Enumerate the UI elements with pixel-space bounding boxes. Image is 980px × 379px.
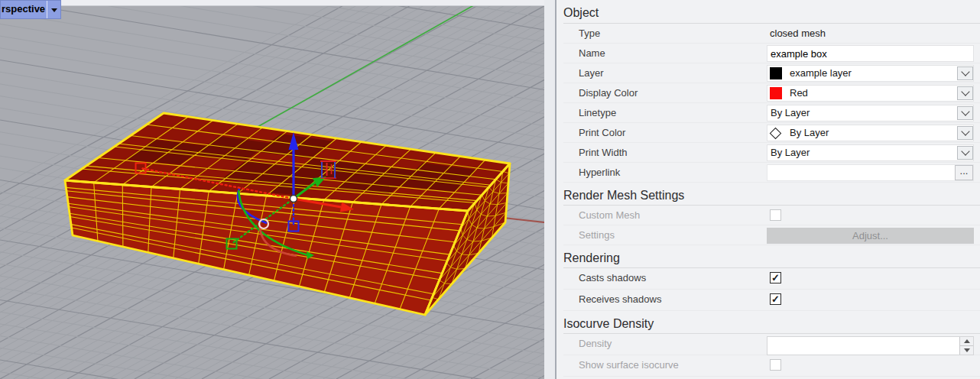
print-color-selected-value: By Layer — [787, 125, 957, 141]
value-hyperlink: ... — [767, 163, 974, 182]
linetype-selected-value: By Layer — [767, 105, 957, 121]
display-color-dropdown-button[interactable] — [957, 86, 973, 100]
row-layer: Layerexample layer — [563, 63, 980, 83]
value-custom-mesh — [767, 206, 974, 225]
section-header-rendering: Rendering — [563, 245, 980, 268]
label-hyperlink: Hyperlink — [563, 163, 767, 182]
label-print-width: Print Width — [563, 143, 767, 162]
print-color-dropdown-button[interactable] — [957, 126, 973, 140]
print-width-dropdown-button[interactable] — [957, 146, 973, 160]
row-print-width: Print WidthBy Layer — [563, 143, 980, 163]
chevron-down-icon — [961, 87, 969, 96]
spinner-down-icon — [964, 348, 970, 352]
viewport-canvas[interactable] — [0, 0, 544, 379]
row-linetype: LinetypeBy Layer — [563, 103, 980, 123]
row-casts-shadows: Casts shadows✓ — [563, 268, 980, 290]
linetype-dropdown-button[interactable] — [957, 106, 973, 120]
value-type: closed mesh — [767, 24, 974, 43]
rhino-window: rspective ObjectTypeclosed meshNameLayer… — [0, 0, 980, 379]
row-custom-mesh: Custom Mesh — [563, 206, 980, 225]
value-print-width: By Layer — [767, 143, 974, 162]
chevron-down-icon — [961, 147, 969, 155]
label-print-color: Print Color — [563, 123, 767, 142]
value-display-color: Red — [767, 83, 974, 102]
label-linetype: Linetype — [563, 103, 767, 122]
print-color-dropdown[interactable]: By Layer — [767, 125, 974, 141]
label-custom-mesh: Custom Mesh — [563, 206, 767, 225]
spinner-up-icon — [964, 339, 970, 343]
row-type: Typeclosed mesh — [563, 24, 980, 44]
label-layer: Layer — [563, 63, 767, 83]
linetype-dropdown[interactable]: By Layer — [767, 105, 974, 121]
perspective-viewport-tab[interactable]: rspective — [0, 0, 61, 19]
casts-shadows-checkbox[interactable]: ✓ — [770, 272, 781, 283]
viewport-3d[interactable] — [0, 0, 544, 379]
value-settings: Adjust... — [767, 225, 974, 245]
row-print-color: Print ColorBy Layer — [563, 123, 980, 143]
value-show-surface-isocurve — [767, 355, 974, 376]
label-settings: Settings — [563, 225, 767, 245]
print-width-dropdown[interactable]: By Layer — [767, 144, 974, 161]
label-casts-shadows: Casts shadows — [563, 268, 767, 289]
value-print-color: By Layer — [767, 123, 974, 142]
section-header-render-mesh-settings: Render Mesh Settings — [563, 183, 980, 206]
layer-dropdown-button[interactable] — [957, 66, 973, 80]
panel-splitter[interactable] — [544, 0, 557, 379]
gumball-origin-dot[interactable] — [290, 196, 297, 202]
custom-mesh-checkbox — [770, 209, 781, 221]
layer-color-swatch — [770, 67, 782, 79]
viewport-menu-button[interactable] — [47, 1, 60, 18]
value-density — [767, 334, 974, 355]
chevron-down-icon — [961, 67, 969, 76]
print-width-selected-value: By Layer — [767, 145, 957, 160]
label-name: Name — [563, 44, 767, 63]
row-name: Name — [563, 44, 980, 63]
adjust-button: Adjust... — [767, 228, 974, 244]
density-stepper[interactable] — [959, 337, 973, 355]
value-layer: example layer — [767, 63, 974, 83]
viewport-top-strip — [0, 0, 544, 6]
show-surface-isocurve-checkbox — [770, 359, 781, 371]
value-linetype: By Layer — [767, 103, 974, 122]
chevron-down-icon — [961, 127, 969, 135]
density-spinner-field[interactable] — [767, 336, 974, 355]
name-input[interactable] — [767, 45, 974, 62]
row-settings: SettingsAdjust... — [563, 225, 980, 245]
display-color-dropdown[interactable]: Red — [767, 85, 974, 102]
chevron-down-icon — [51, 8, 57, 12]
label-receives-shadows: Receives shadows — [563, 290, 767, 310]
by-layer-diamond-icon — [770, 127, 782, 139]
receives-shadows-checkbox[interactable]: ✓ — [770, 293, 781, 305]
value-casts-shadows: ✓ — [767, 268, 974, 289]
row-receives-shadows: Receives shadows✓ — [563, 290, 980, 311]
label-type: Type — [563, 24, 767, 43]
section-header-object: Object — [563, 0, 980, 24]
row-show-surface-isocurve: Show surface isocurve — [563, 355, 980, 377]
properties-panel: ObjectTypeclosed meshNameLayerexample la… — [557, 0, 980, 379]
spinner-up-button[interactable] — [960, 337, 973, 346]
hyperlink-browse-button[interactable]: ... — [955, 165, 973, 180]
chevron-down-icon — [961, 107, 969, 115]
type-value-text: closed mesh — [767, 24, 826, 43]
spinner-down-button[interactable] — [960, 346, 973, 355]
section-header-isocurve-density: Isocurve Density — [563, 311, 980, 334]
value-name — [767, 44, 974, 63]
row-hyperlink: Hyperlink... — [563, 163, 980, 183]
row-density: Density — [563, 334, 980, 355]
label-density: Density — [563, 334, 767, 355]
row-display-color: Display ColorRed — [563, 83, 980, 103]
value-receives-shadows: ✓ — [767, 290, 974, 310]
label-show-surface-isocurve: Show surface isocurve — [563, 355, 767, 376]
label-display-color: Display Color — [563, 83, 767, 102]
viewport-title[interactable]: rspective — [1, 1, 47, 18]
layer-dropdown[interactable]: example layer — [767, 65, 974, 82]
layer-selected-value: example layer — [787, 66, 957, 81]
display-color-color-swatch — [770, 87, 782, 99]
display-color-selected-value: Red — [787, 86, 957, 101]
hyperlink-input[interactable]: ... — [767, 164, 974, 181]
